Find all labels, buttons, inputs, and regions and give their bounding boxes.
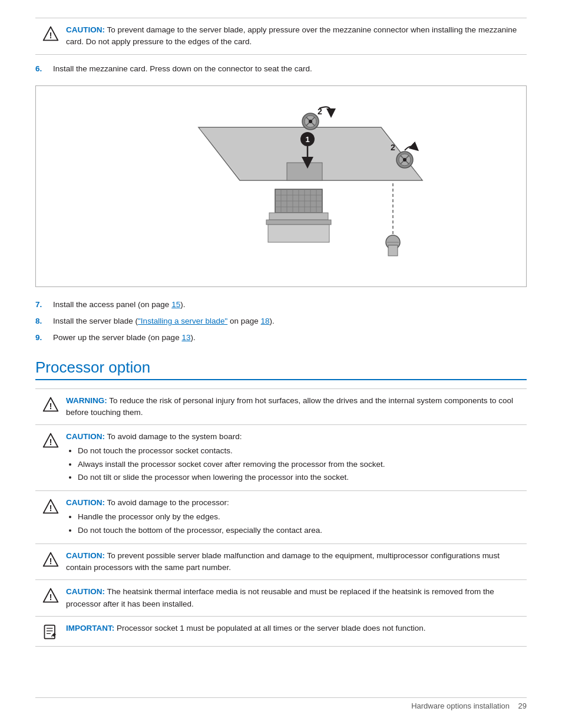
- caution4-text: The heatsink thermal interface media is …: [66, 587, 494, 608]
- mezzanine-card-diagram: 1 2 2: [128, 92, 434, 281]
- svg-point-12: [309, 120, 312, 123]
- important-content: IMPORTANT: Processor socket 1 must be po…: [66, 622, 527, 634]
- caution3-text: To prevent possible server blade malfunc…: [66, 551, 500, 572]
- step-8-num: 8.: [35, 315, 53, 327]
- step-9-text: Power up the server blade (on page 13).: [53, 332, 196, 344]
- svg-text:!: !: [49, 503, 52, 513]
- caution4-icon-cell: !: [35, 586, 66, 604]
- caution1-label: CAUTION:: [66, 432, 105, 441]
- notices-section: ! WARNING: To reduce the risk of persona…: [35, 388, 527, 647]
- caution3-icon-cell: !: [35, 550, 66, 568]
- svg-text:1: 1: [305, 135, 309, 144]
- step-8-link2[interactable]: 18: [261, 317, 270, 325]
- footer-page: 29: [518, 701, 527, 710]
- step-6-num: 6.: [35, 63, 53, 75]
- caution-icon-cell: !: [35, 24, 66, 42]
- screw-1-top: 2: [302, 107, 322, 130]
- caution4-icon: !: [42, 587, 59, 604]
- svg-rect-49: [45, 625, 55, 638]
- footer-text: Hardware options installation 29: [411, 701, 527, 710]
- caution-text: To prevent damage to the server blade, a…: [66, 25, 517, 46]
- warning-text: To reduce the risk of personal injury fr…: [66, 396, 513, 417]
- step-6: 6. Install the mezzanine card. Press dow…: [35, 63, 527, 75]
- svg-line-53: [52, 635, 52, 637]
- svg-point-18: [403, 158, 406, 162]
- steps-7-9: 7. Install the access panel (on page 15)…: [35, 299, 527, 344]
- svg-rect-32: [266, 220, 331, 225]
- svg-text:!: !: [49, 556, 52, 566]
- step-7-text: Install the access panel (on page 15).: [53, 299, 185, 311]
- important-icon-cell: [35, 622, 66, 640]
- caution2-bullet-2: Do not touch the bottom of the processor…: [78, 525, 527, 536]
- svg-text:!: !: [49, 31, 52, 40]
- step-8-link1[interactable]: "Installing a server blade": [138, 317, 227, 325]
- step-9-num: 9.: [35, 332, 53, 344]
- step-8-text: Install the server blade ("Installing a …: [53, 315, 275, 327]
- caution1-text: To avoid damage to the system board:: [107, 432, 242, 441]
- step-6-text: Install the mezzanine card. Press down o…: [53, 63, 312, 75]
- page-footer: Hardware options installation 29: [35, 697, 527, 710]
- svg-text:2: 2: [391, 143, 395, 152]
- caution1-bullet-2: Always install the processor socket cove…: [78, 459, 527, 470]
- caution4-label: CAUTION:: [66, 587, 105, 596]
- section-heading: Processor option: [35, 358, 527, 380]
- step-7-num: 7.: [35, 299, 53, 311]
- caution-icon: !: [42, 25, 59, 42]
- caution1-content: CAUTION: To avoid damage to the system b…: [66, 431, 527, 485]
- caution3-icon: !: [42, 551, 59, 568]
- important-icon: [42, 624, 59, 640]
- important-notice: IMPORTANT: Processor socket 1 must be po…: [35, 616, 527, 647]
- warning-label: WARNING:: [66, 396, 107, 405]
- caution2-icon-cell: !: [35, 497, 66, 515]
- caution-notice-3: ! CAUTION: To prevent possible server bl…: [35, 543, 527, 580]
- caution-notice-4: ! CAUTION: The heatsink thermal interfac…: [35, 579, 527, 616]
- warning-icon-cell: !: [35, 395, 66, 413]
- svg-rect-33: [268, 225, 329, 242]
- warning-notice: ! WARNING: To reduce the risk of persona…: [35, 388, 527, 425]
- svg-rect-31: [269, 213, 328, 220]
- caution2-content: CAUTION: To avoid damage to the processo…: [66, 497, 527, 538]
- svg-text:!: !: [49, 401, 52, 410]
- step-9-link[interactable]: 13: [181, 333, 190, 342]
- caution1-bullet-1: Do not touch the processor socket contac…: [78, 445, 527, 457]
- warning-icon: !: [42, 396, 59, 413]
- caution1-bullets: Do not touch the processor socket contac…: [78, 445, 527, 483]
- svg-rect-4: [287, 163, 322, 180]
- step-7-link[interactable]: 15: [171, 300, 180, 309]
- top-caution-block: ! CAUTION: To prevent damage to the serv…: [35, 18, 527, 55]
- footer-label: Hardware options installation: [411, 701, 510, 710]
- step-7: 7. Install the access panel (on page 15)…: [35, 299, 527, 311]
- step-9: 9. Power up the server blade (on page 13…: [35, 332, 527, 344]
- caution-notice-2: ! CAUTION: To avoid damage to the proces…: [35, 490, 527, 543]
- caution1-icon: !: [42, 432, 59, 449]
- svg-text:!: !: [49, 592, 52, 602]
- caution2-bullets: Handle the processor only by the edges. …: [78, 511, 527, 536]
- step-list: 6. Install the mezzanine card. Press dow…: [35, 63, 527, 75]
- caution4-content: CAUTION: The heatsink thermal interface …: [66, 586, 527, 610]
- important-text: Processor socket 1 must be populated at …: [117, 624, 426, 633]
- caution2-icon: !: [42, 498, 59, 515]
- warning-content: WARNING: To reduce the risk of personal …: [66, 395, 527, 419]
- caution3-content: CAUTION: To prevent possible server blad…: [66, 550, 527, 574]
- caution2-text: To avoid damage to the processor:: [107, 498, 229, 507]
- svg-rect-38: [388, 245, 398, 256]
- caution2-bullet-1: Handle the processor only by the edges.: [78, 511, 527, 523]
- important-label: IMPORTANT:: [66, 624, 114, 633]
- diagram-box: 1 2 2: [35, 85, 527, 287]
- caution3-label: CAUTION:: [66, 551, 105, 560]
- caution1-bullet-3: Do not tilt or slide the processor when …: [78, 472, 527, 483]
- top-caution-content: CAUTION: To prevent damage to the server…: [66, 24, 527, 48]
- caution1-icon-cell: !: [35, 431, 66, 449]
- caution-notice-1: ! CAUTION: To avoid damage to the system…: [35, 424, 527, 490]
- caution-label: CAUTION:: [66, 25, 105, 34]
- caution2-label: CAUTION:: [66, 498, 105, 507]
- step-8: 8. Install the server blade ("Installing…: [35, 315, 527, 327]
- svg-text:!: !: [49, 437, 52, 447]
